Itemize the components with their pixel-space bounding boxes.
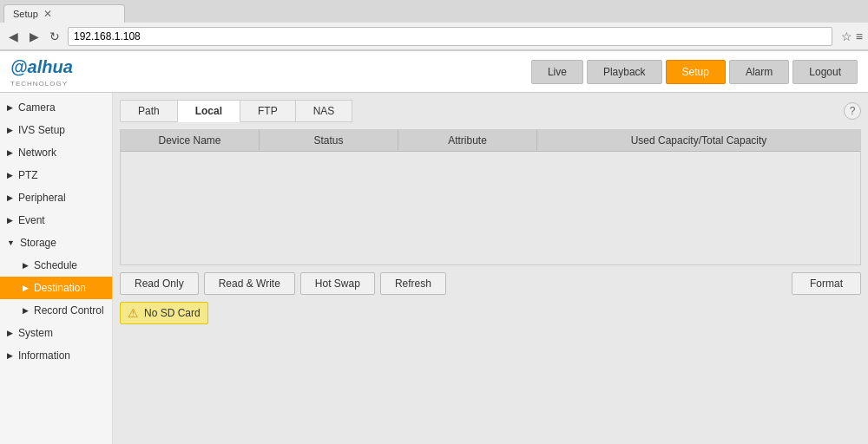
app: @alhua TECHNOLOGY Live Playback Setup Al…: [0, 51, 868, 444]
read-only-button[interactable]: Read Only: [120, 272, 199, 295]
tab-nas[interactable]: NAS: [296, 100, 353, 122]
expand-icon: ▶: [7, 351, 13, 360]
expand-icon: ▶: [23, 261, 29, 270]
col-status: Status: [260, 130, 398, 151]
app-header: @alhua TECHNOLOGY Live Playback Setup Al…: [0, 51, 868, 93]
col-capacity: Used Capacity/Total Capacity: [537, 130, 860, 151]
sidebar-item-event[interactable]: ▶ Event: [0, 209, 112, 232]
expand-icon: ▶: [7, 329, 13, 337]
tab-title: Setup: [13, 9, 38, 19]
settings-icon[interactable]: ≡: [856, 29, 863, 43]
expand-icon: ▶: [7, 126, 13, 134]
tab-local[interactable]: Local: [178, 100, 240, 122]
sidebar-item-ptz[interactable]: ▶ PTZ: [0, 164, 112, 186]
help-icon[interactable]: ?: [844, 102, 861, 120]
sidebar: ▶ Camera ▶ IVS Setup ▶ Network ▶ PTZ ▶ P…: [0, 93, 113, 444]
nav-alarm-button[interactable]: Alarm: [729, 60, 789, 84]
sidebar-item-camera[interactable]: ▶ Camera: [0, 96, 112, 119]
sidebar-item-information[interactable]: ▶ Information: [0, 344, 112, 367]
refresh-button[interactable]: ↻: [47, 29, 62, 44]
warning-icon: ⚠: [128, 306, 139, 320]
refresh-button[interactable]: Refresh: [380, 272, 446, 295]
sidebar-item-schedule[interactable]: ▶ Schedule: [0, 254, 112, 277]
sidebar-item-peripheral[interactable]: ▶ Peripheral: [0, 186, 112, 209]
address-bar: ◀ ▶ ↻ ☆ ≡: [0, 23, 868, 50]
storage-table: Device Name Status Attribute Used Capaci…: [120, 129, 861, 265]
status-message: No SD Card: [144, 307, 201, 319]
toolbar-icons: ☆ ≡: [841, 29, 863, 43]
nav-setup-button[interactable]: Setup: [666, 60, 726, 84]
sub-tabs: Path Local FTP NAS ?: [120, 100, 861, 122]
nav-logout-button[interactable]: Logout: [792, 60, 858, 84]
col-attribute: Attribute: [398, 130, 537, 151]
expand-icon: ▶: [7, 216, 13, 225]
status-bar: ⚠ No SD Card: [120, 302, 208, 324]
table-body: [121, 152, 860, 264]
logo-sub: TECHNOLOGY: [10, 80, 73, 88]
format-button[interactable]: Format: [792, 272, 861, 295]
back-button[interactable]: ◀: [5, 29, 21, 44]
logo: @alhua TECHNOLOGY: [10, 56, 73, 88]
nav-live-button[interactable]: Live: [531, 60, 583, 84]
sidebar-item-ivs-setup[interactable]: ▶ IVS Setup: [0, 119, 112, 141]
hot-swap-button[interactable]: Hot Swap: [300, 272, 375, 295]
sidebar-item-system[interactable]: ▶ System: [0, 322, 112, 344]
browser-tab[interactable]: Setup ✕: [3, 4, 125, 23]
logo-text: @alhua: [10, 56, 73, 78]
expand-icon: ▶: [7, 103, 13, 112]
main-content: ▶ Camera ▶ IVS Setup ▶ Network ▶ PTZ ▶ P…: [0, 93, 868, 444]
expand-icon: ▶: [7, 193, 13, 202]
forward-button[interactable]: ▶: [26, 29, 42, 44]
expand-icon: ▶: [7, 148, 13, 157]
table-header: Device Name Status Attribute Used Capaci…: [121, 130, 860, 152]
collapse-icon: ▼: [7, 238, 15, 247]
tab-path[interactable]: Path: [120, 100, 178, 122]
tab-close-icon[interactable]: ✕: [43, 8, 52, 20]
sidebar-item-storage[interactable]: ▼ Storage: [0, 232, 112, 254]
sidebar-item-network[interactable]: ▶ Network: [0, 141, 112, 164]
browser-chrome: Setup ✕ ◀ ▶ ↻ ☆ ≡: [0, 0, 868, 51]
star-icon[interactable]: ☆: [841, 29, 852, 43]
expand-icon: ▶: [23, 306, 29, 315]
col-device-name: Device Name: [121, 130, 260, 151]
sidebar-item-record-control[interactable]: ▶ Record Control: [0, 299, 112, 322]
tab-bar: Setup ✕: [0, 0, 868, 23]
address-input[interactable]: [68, 27, 832, 46]
sidebar-item-destination[interactable]: ▶ Destination: [0, 277, 112, 299]
expand-icon: ▶: [23, 284, 29, 292]
top-nav-buttons: Live Playback Setup Alarm Logout: [531, 60, 858, 84]
tab-ftp[interactable]: FTP: [240, 100, 296, 122]
nav-playback-button[interactable]: Playback: [587, 60, 662, 84]
read-write-button[interactable]: Read & Write: [204, 272, 295, 295]
page-area: Path Local FTP NAS ? Device Name Status …: [113, 93, 868, 444]
expand-icon: ▶: [7, 171, 13, 180]
